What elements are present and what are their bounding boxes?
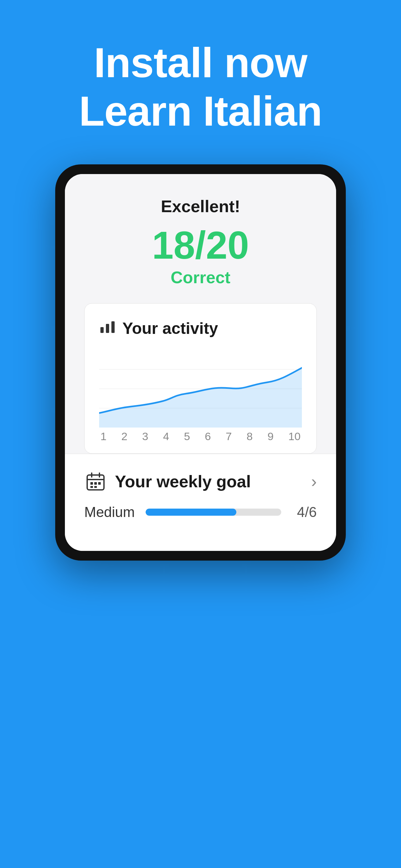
- x-label-10: 10: [288, 430, 301, 443]
- x-label-3: 3: [142, 430, 148, 443]
- svg-rect-0: [100, 327, 104, 333]
- svg-rect-1: [106, 324, 109, 333]
- activity-card: Your activity 1 2: [84, 303, 317, 454]
- svg-rect-10: [90, 482, 93, 485]
- svg-rect-12: [98, 482, 101, 485]
- screen-content: Excellent! 18/20 Correct Your activity: [65, 174, 336, 454]
- score-display: 18/20: [152, 226, 249, 265]
- calendar-icon: [84, 470, 107, 493]
- x-label-2: 2: [121, 430, 127, 443]
- progress-row: Medium 4/6: [84, 504, 317, 520]
- progress-count: 4/6: [291, 504, 317, 520]
- weekly-goal-title: Your weekly goal: [115, 472, 251, 491]
- header-line2: Learn Italian: [26, 87, 375, 135]
- x-label-7: 7: [226, 430, 232, 443]
- correct-label: Correct: [171, 268, 230, 287]
- phone-mockup: Excellent! 18/20 Correct Your activity: [55, 164, 346, 561]
- svg-rect-13: [90, 486, 93, 488]
- progress-bar-background: [146, 508, 281, 516]
- weekly-goal-section: Your weekly goal › Medium 4/6: [65, 454, 336, 538]
- svg-rect-14: [94, 486, 97, 488]
- weekly-goal-left: Your weekly goal: [84, 470, 251, 493]
- phone-screen: Excellent! 18/20 Correct Your activity: [65, 174, 336, 551]
- chevron-right-icon: ›: [311, 472, 317, 491]
- phone-bottom: [65, 538, 336, 551]
- svg-rect-11: [94, 482, 97, 485]
- x-label-1: 1: [100, 430, 106, 443]
- x-label-8: 8: [247, 430, 253, 443]
- x-label-5: 5: [184, 430, 190, 443]
- x-label-4: 4: [163, 430, 169, 443]
- header-title: Install now Learn Italian: [26, 39, 375, 135]
- svg-rect-2: [112, 321, 115, 333]
- progress-label: Medium: [84, 504, 136, 520]
- x-label-6: 6: [205, 430, 211, 443]
- header-section: Install now Learn Italian: [0, 0, 401, 155]
- chart-x-labels: 1 2 3 4 5 6 7 8 9 10: [99, 428, 302, 443]
- excellent-label: Excellent!: [161, 197, 240, 216]
- x-label-9: 9: [267, 430, 274, 443]
- activity-header: Your activity: [99, 318, 302, 339]
- activity-title: Your activity: [122, 319, 218, 338]
- header-line1: Install now: [26, 39, 375, 87]
- weekly-goal-header[interactable]: Your weekly goal ›: [84, 470, 317, 493]
- bar-chart-icon: [99, 318, 116, 339]
- progress-bar-fill: [146, 508, 236, 516]
- activity-chart: 1 2 3 4 5 6 7 8 9 10: [99, 350, 302, 440]
